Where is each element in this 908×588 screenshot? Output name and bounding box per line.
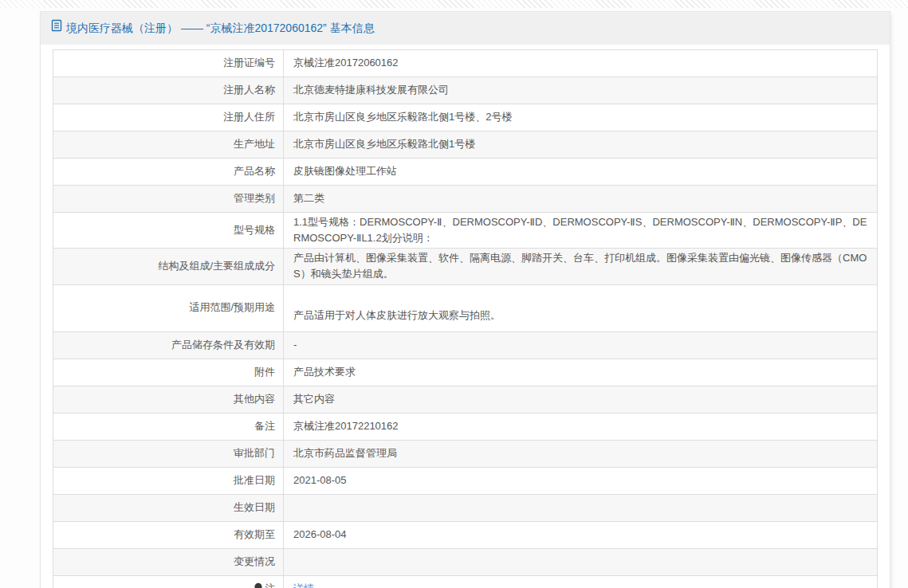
row-label: 审批部门 — [53, 440, 284, 467]
row-value: 产品由计算机、图像采集装置、软件、隔离电源、脚踏开关、台车、打印机组成。图像采集… — [284, 249, 878, 284]
panel-body: 注册证编号京械注准20172060162注册人名称北京德麦特捷康科技发展有限公司… — [41, 45, 890, 588]
table-row: 型号规格1.1型号规格：DERMOSCOPY-Ⅱ、DERMOSCOPY-ⅡD、D… — [53, 213, 878, 249]
table-row: 注册证编号京械注准20172060162 — [53, 50, 878, 77]
table-row: 批准日期2021-08-05 — [53, 467, 878, 494]
row-value: 北京市房山区良乡地区乐毅路北侧1号楼、2号楼 — [284, 104, 878, 131]
table-row: 注册人住所北京市房山区良乡地区乐毅路北侧1号楼、2号楼 — [53, 104, 878, 131]
row-value — [284, 494, 878, 521]
row-value: 详情 — [284, 575, 878, 588]
table-row: 生效日期 — [53, 494, 878, 521]
table-row: 注详情 — [53, 575, 878, 588]
row-label: 注册证编号 — [53, 50, 284, 77]
row-label: 生产地址 — [53, 131, 284, 159]
row-label: 有效期至 — [53, 521, 284, 548]
row-value: 产品技术要求 — [284, 359, 878, 386]
row-label: 适用范围/预期用途 — [53, 284, 284, 331]
row-label: 注 — [53, 575, 284, 588]
row-label: 生效日期 — [53, 494, 284, 521]
table-row: 生产地址北京市房山区良乡地区乐毅路北侧1号楼 — [53, 131, 878, 159]
row-value: 北京市房山区良乡地区乐毅路北侧1号楼 — [284, 131, 878, 159]
registration-info-panel: 境内医疗器械（注册） —— “京械注准20172060162” 基本信息 注册证… — [40, 11, 890, 588]
row-value: 1.1型号规格：DERMOSCOPY-Ⅱ、DERMOSCOPY-ⅡD、DERMO… — [284, 213, 878, 249]
row-label: 结构及组成/主要组成成分 — [53, 249, 284, 284]
panel-header: 境内医疗器械（注册） —— “京械注准20172060162” 基本信息 — [41, 12, 890, 45]
table-row: 注册人名称北京德麦特捷康科技发展有限公司 — [53, 77, 878, 104]
table-row: 审批部门北京市药品监督管理局 — [53, 440, 878, 467]
row-label: 批准日期 — [53, 467, 284, 494]
row-label: 其他内容 — [53, 386, 284, 413]
detail-link[interactable]: 详情 — [293, 582, 314, 588]
table-row: 其他内容其它内容 — [53, 386, 878, 413]
row-value: 皮肤镜图像处理工作站 — [284, 159, 878, 186]
row-value: 第二类 — [284, 186, 878, 213]
row-label: 注册人住所 — [53, 104, 284, 131]
row-value: - — [284, 331, 878, 359]
table-row: 产品储存条件及有效期- — [53, 331, 878, 359]
row-label: 注册人名称 — [53, 77, 284, 104]
document-icon — [51, 12, 62, 45]
row-label: 型号规格 — [53, 213, 284, 249]
row-value: 2026-08-04 — [284, 521, 878, 548]
info-table-body: 注册证编号京械注准20172060162注册人名称北京德麦特捷康科技发展有限公司… — [53, 50, 878, 588]
row-label: 变更情况 — [53, 548, 284, 575]
table-row: 管理类别第二类 — [53, 186, 878, 213]
row-value: 其它内容 — [284, 386, 878, 413]
table-row: 有效期至2026-08-04 — [53, 521, 878, 548]
page-title: 境内医疗器械（注册） —— “京械注准20172060162” 基本信息 — [66, 12, 375, 45]
row-value: 产品适用于对人体皮肤进行放大观察与拍照。 — [284, 284, 878, 331]
row-label: 产品名称 — [53, 159, 284, 186]
row-label: 备注 — [53, 413, 284, 440]
table-row: 备注京械注准20172210162 — [53, 413, 878, 440]
top-hatch-strip — [0, 0, 908, 8]
device-info-table: 注册证编号京械注准20172060162注册人名称北京德麦特捷康科技发展有限公司… — [53, 49, 878, 588]
table-row: 产品名称皮肤镜图像处理工作站 — [53, 159, 878, 186]
table-row: 附件产品技术要求 — [53, 359, 878, 386]
row-label: 产品储存条件及有效期 — [53, 331, 284, 359]
row-value: 北京德麦特捷康科技发展有限公司 — [284, 77, 878, 104]
table-row: 变更情况 — [53, 548, 878, 575]
row-value: 北京市药品监督管理局 — [284, 440, 878, 467]
table-row: 结构及组成/主要组成成分产品由计算机、图像采集装置、软件、隔离电源、脚踏开关、台… — [53, 249, 878, 284]
row-label: 管理类别 — [53, 186, 284, 213]
table-row: 适用范围/预期用途产品适用于对人体皮肤进行放大观察与拍照。 — [53, 284, 878, 331]
row-value: 京械注准20172210162 — [284, 413, 878, 440]
row-value — [284, 548, 878, 575]
row-value: 京械注准20172060162 — [284, 50, 878, 77]
row-value: 2021-08-05 — [284, 467, 878, 494]
row-label: 附件 — [53, 359, 284, 386]
